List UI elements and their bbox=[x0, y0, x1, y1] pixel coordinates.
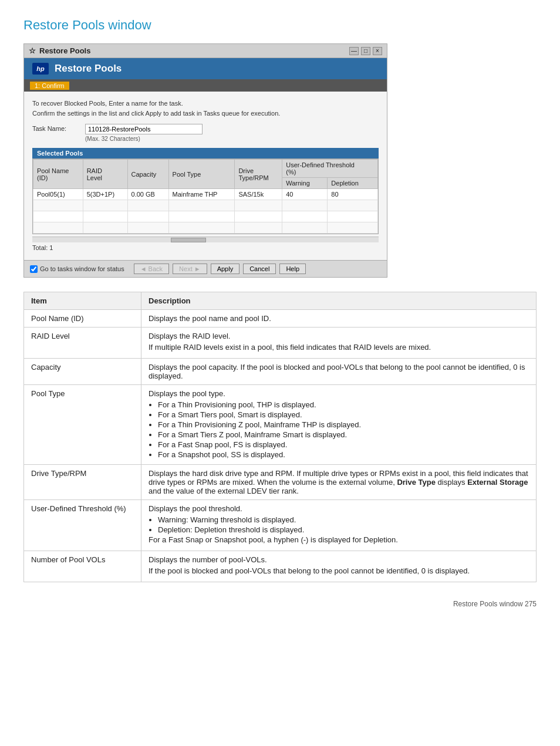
col-capacity: Capacity bbox=[127, 160, 168, 189]
desc-header-item: Item bbox=[24, 292, 141, 310]
desc-row-raid-level: RAID Level Displays the RAID level. If m… bbox=[24, 328, 537, 359]
window-controls[interactable]: — □ × bbox=[349, 47, 382, 55]
total-value: 1 bbox=[49, 244, 53, 251]
desc-item-capacity: Capacity bbox=[24, 359, 141, 385]
window-title-label: Restore Pools bbox=[39, 46, 90, 55]
desc-item-drive-type: Drive Type/RPM bbox=[24, 465, 141, 500]
col-pool-name: Pool Name(ID) bbox=[33, 160, 83, 189]
pool-type-bullet-1: For a Thin Provisioning pool, THP is dis… bbox=[158, 400, 529, 409]
desc-desc-pool-name: Displays the pool name and pool ID. bbox=[141, 310, 537, 328]
task-name-inputs: (Max. 32 Characters) bbox=[85, 124, 203, 142]
instructions: To recover Blocked Pools, Enter a name f… bbox=[32, 99, 379, 118]
col-threshold-group: User-Defined Threshold(%) bbox=[282, 160, 378, 178]
total-label: Total: bbox=[32, 244, 48, 251]
window-body: To recover Blocked Pools, Enter a name f… bbox=[24, 92, 387, 260]
pool-type-bullet-5: For a Fast Snap pool, FS is displayed. bbox=[158, 440, 529, 449]
cancel-button[interactable]: Cancel bbox=[243, 264, 276, 274]
back-button[interactable]: ◄ Back bbox=[134, 264, 169, 274]
page-title: Restore Pools window bbox=[23, 18, 537, 33]
desc-item-pool-type: Pool Type bbox=[24, 385, 141, 465]
scrollbar-track bbox=[32, 238, 379, 242]
table-row: Pool05(1) 5(3D+1P) 0.00 GB Mainframe THP… bbox=[33, 189, 378, 200]
cell-pool-type: Mainframe THP bbox=[168, 189, 235, 200]
window-title-left: ☆ Restore Pools bbox=[29, 46, 90, 55]
cell-depletion: 80 bbox=[328, 189, 378, 200]
col-pool-type: Pool Type bbox=[168, 160, 235, 189]
desc-desc-raid-level: Displays the RAID level. If multiple RAI… bbox=[141, 328, 537, 359]
goto-tasks-label: Go to tasks window for status bbox=[40, 265, 124, 272]
cell-capacity: 0.00 GB bbox=[127, 189, 168, 200]
cell-pool-name: Pool05(1) bbox=[33, 189, 83, 200]
instruction-line-2: Confirm the settings in the list and cli… bbox=[32, 109, 379, 119]
window-header-title: Restore Pools bbox=[55, 63, 122, 75]
step-bar: 1: Confirm bbox=[24, 79, 387, 92]
desc-item-threshold: User-Defined Threshold (%) bbox=[24, 500, 141, 551]
pool-type-bullet-4: For a Smart Tiers Z pool, Mainframe Smar… bbox=[158, 430, 529, 439]
pool-table-wrapper: Pool Name(ID) RAIDLevel Capacity Pool Ty… bbox=[32, 158, 379, 234]
col-drive-type: DriveType/RPM bbox=[235, 160, 282, 189]
next-button[interactable]: Next ► bbox=[173, 264, 207, 274]
cell-warning: 40 bbox=[282, 189, 328, 200]
desc-header-description: Description bbox=[141, 292, 537, 310]
page-footer-text: Restore Pools window 275 bbox=[453, 600, 537, 608]
desc-desc-capacity: Displays the pool capacity. If the pool … bbox=[141, 359, 537, 385]
desc-row-capacity: Capacity Displays the pool capacity. If … bbox=[24, 359, 537, 385]
total-row: Total: 1 bbox=[32, 242, 379, 253]
goto-tasks-checkbox[interactable] bbox=[30, 265, 38, 273]
cell-raid-level: 5(3D+1P) bbox=[83, 189, 127, 200]
help-button[interactable]: Help bbox=[279, 264, 306, 274]
minimize-button[interactable]: — bbox=[349, 47, 359, 55]
scrollbar-thumb[interactable] bbox=[171, 238, 206, 242]
cell-drive-type: SAS/15k bbox=[235, 189, 282, 200]
window-footer: Go to tasks window for status ◄ Back Nex… bbox=[24, 260, 387, 277]
page-footer: Restore Pools window 275 bbox=[23, 600, 537, 608]
window-icon: ☆ bbox=[29, 46, 36, 55]
instruction-line-1: To recover Blocked Pools, Enter a name f… bbox=[32, 99, 379, 109]
table-header-row: Pool Name(ID) RAIDLevel Capacity Pool Ty… bbox=[33, 160, 378, 178]
window-titlebar: ☆ Restore Pools — □ × bbox=[24, 44, 387, 58]
table-row-empty-2 bbox=[33, 211, 378, 222]
task-name-row: Task Name: (Max. 32 Characters) bbox=[32, 124, 379, 142]
step-confirm-button[interactable]: 1: Confirm bbox=[30, 82, 69, 90]
col-warning: Warning bbox=[282, 178, 328, 189]
desc-table-header: Item Description bbox=[24, 292, 537, 310]
desc-item-pool-vols: Number of Pool VOLs bbox=[24, 551, 141, 582]
restore-pools-window: ☆ Restore Pools — □ × hp Restore Pools 1… bbox=[23, 43, 387, 278]
threshold-bullet-1: Warning: Warning threshold is displayed. bbox=[158, 515, 529, 524]
pool-type-bullet-2: For a Smart Tiers pool, Smart is display… bbox=[158, 410, 529, 419]
table-row-empty-3 bbox=[33, 222, 378, 234]
goto-tasks-checkbox-label[interactable]: Go to tasks window for status bbox=[30, 265, 124, 273]
pool-type-bullet-6: For a Snapshot pool, SS is displayed. bbox=[158, 450, 529, 459]
task-name-hint: (Max. 32 Characters) bbox=[85, 136, 203, 142]
desc-row-pool-name: Pool Name (ID) Displays the pool name an… bbox=[24, 310, 537, 328]
task-name-label: Task Name: bbox=[32, 124, 79, 132]
desc-row-pool-vols: Number of Pool VOLs Displays the number … bbox=[24, 551, 537, 582]
desc-desc-threshold: Displays the pool threshold. Warning: Wa… bbox=[141, 500, 537, 551]
desc-desc-pool-vols: Displays the number of pool-VOLs. If the… bbox=[141, 551, 537, 582]
col-depletion: Depletion bbox=[328, 178, 378, 189]
desc-desc-pool-type: Displays the pool type. For a Thin Provi… bbox=[141, 385, 537, 465]
pool-type-bullet-3: For a Thin Provisioning Z pool, Mainfram… bbox=[158, 420, 529, 429]
desc-desc-drive-type: Displays the hard disk drive type and RP… bbox=[141, 465, 537, 500]
pool-table: Pool Name(ID) RAIDLevel Capacity Pool Ty… bbox=[33, 159, 378, 234]
table-row-empty-1 bbox=[33, 200, 378, 211]
apply-button[interactable]: Apply bbox=[211, 264, 240, 274]
window-header: hp Restore Pools bbox=[24, 58, 387, 79]
desc-row-pool-type: Pool Type Displays the pool type. For a … bbox=[24, 385, 537, 465]
close-button[interactable]: × bbox=[373, 47, 382, 55]
maximize-button[interactable]: □ bbox=[361, 47, 370, 55]
col-raid-level: RAIDLevel bbox=[83, 160, 127, 189]
desc-row-threshold: User-Defined Threshold (%) Displays the … bbox=[24, 500, 537, 551]
selected-pools-header: Selected Pools bbox=[32, 148, 379, 158]
threshold-bullet-2: Depletion: Depletion threshold is displa… bbox=[158, 525, 529, 534]
desc-item-pool-name: Pool Name (ID) bbox=[24, 310, 141, 328]
hp-logo: hp bbox=[32, 63, 49, 75]
desc-item-raid-level: RAID Level bbox=[24, 328, 141, 359]
desc-row-drive-type: Drive Type/RPM Displays the hard disk dr… bbox=[24, 465, 537, 500]
description-table: Item Description Pool Name (ID) Displays… bbox=[23, 292, 537, 582]
task-name-input[interactable] bbox=[85, 124, 203, 134]
horizontal-scrollbar[interactable] bbox=[32, 237, 379, 242]
